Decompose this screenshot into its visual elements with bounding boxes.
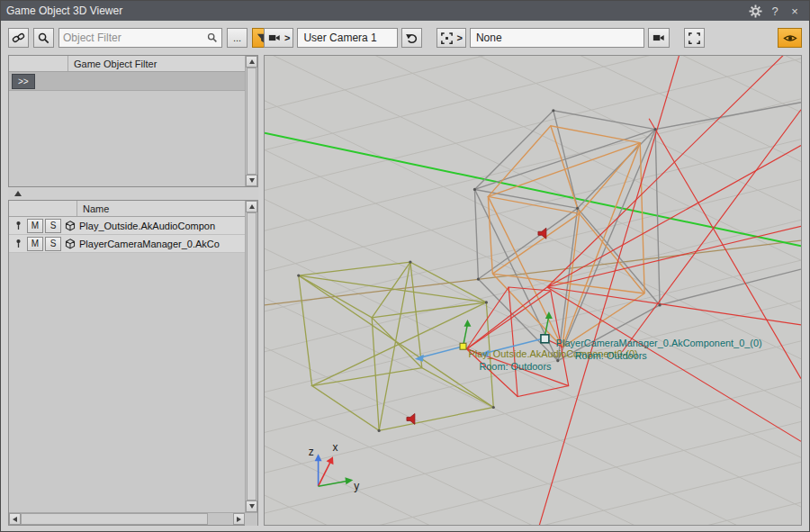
object-list-header: Name xyxy=(9,201,245,217)
collapse-up-icon[interactable] xyxy=(14,191,22,196)
filter-buttons-column-header xyxy=(9,56,68,71)
object-list-horizontal-scrollbar[interactable] xyxy=(9,512,257,525)
search-icon xyxy=(37,32,50,45)
video-camera-icon xyxy=(652,32,666,44)
listener-name-field[interactable]: None xyxy=(470,28,644,48)
follow-camera-button[interactable] xyxy=(648,28,670,48)
filter-list-empty-area xyxy=(9,91,245,186)
axis-gizmo: z x y xyxy=(309,441,360,492)
settings-gear-icon[interactable] xyxy=(746,3,764,19)
filter-toolbar: ... xyxy=(8,28,258,48)
game-object-list-panel: Name M S Play_Outside.AkAudioCompon xyxy=(8,200,258,526)
filter-list-vertical-scrollbar[interactable] xyxy=(245,56,257,186)
more-options-button[interactable]: ... xyxy=(227,28,248,48)
object-list-row[interactable]: M S PlayerCameraManager_0.AkCo xyxy=(9,235,245,253)
frame-brackets-icon xyxy=(688,32,701,45)
speaker-icon xyxy=(407,413,415,424)
solo-button[interactable]: S xyxy=(45,219,61,233)
selection-brackets-icon xyxy=(440,32,454,45)
camera-toolbar: > User Camera 1 > None xyxy=(264,28,802,48)
axis-z-label: z xyxy=(309,446,314,458)
scrollbar-thumb[interactable] xyxy=(21,513,208,525)
scroll-up-button[interactable] xyxy=(246,56,257,68)
3d-viewport[interactable]: Play_Outside.AkAudioComponent0-(0) Room:… xyxy=(264,55,802,526)
game-object-3d-viewer-window: Game Object 3D Viewer ? × xyxy=(0,0,810,532)
axis-x-label: x xyxy=(332,441,338,454)
panel-splitter[interactable] xyxy=(8,187,258,200)
toolbar: ... > User Camera 1 xyxy=(1,21,809,55)
search-button[interactable] xyxy=(33,28,54,48)
window-title: Game Object 3D Viewer xyxy=(6,5,744,17)
listener-select-button[interactable]: > xyxy=(436,28,465,48)
titlebar: Game Object 3D Viewer ? × xyxy=(1,1,809,21)
red-portal-wireframe xyxy=(466,56,801,525)
vertex-dots xyxy=(297,109,661,432)
reset-camera-button[interactable] xyxy=(401,28,422,48)
listener-marker xyxy=(541,335,549,343)
object-list-row[interactable]: M S Play_Outside.AkAudioCompon xyxy=(9,217,245,235)
pin-icon[interactable] xyxy=(11,237,25,251)
link-icon xyxy=(12,31,25,45)
left-panel: Game Object Filter >> xyxy=(8,55,258,526)
axis-y-label: y xyxy=(354,480,359,492)
scroll-down-button[interactable] xyxy=(246,500,257,512)
object-name: PlayerCameraManager_0.AkCo xyxy=(79,239,245,249)
scrollbar-corner xyxy=(245,513,257,526)
mute-button[interactable]: M xyxy=(27,237,43,251)
object-list-vertical-scrollbar[interactable] xyxy=(245,201,257,512)
close-button[interactable]: × xyxy=(786,3,804,19)
speaker-icon xyxy=(538,228,546,239)
link-button[interactable] xyxy=(8,28,29,48)
3d-scene: Play_Outside.AkAudioComponent0-(0) Room:… xyxy=(265,56,801,525)
filter-column-header: Game Object Filter xyxy=(68,59,157,69)
undo-icon xyxy=(405,32,418,45)
object-filter-input[interactable] xyxy=(59,32,206,44)
camera-select-button[interactable]: > xyxy=(264,28,293,48)
emitter-marker xyxy=(460,343,466,349)
search-icon xyxy=(206,32,219,44)
scrollbar-thumb[interactable] xyxy=(247,68,256,175)
scroll-left-button[interactable] xyxy=(9,513,21,525)
visibility-eye-button[interactable] xyxy=(778,28,802,48)
name-column-header: Name xyxy=(77,203,109,214)
filter-row-selected[interactable]: >> xyxy=(9,72,245,91)
content-area: Game Object Filter >> xyxy=(1,55,809,526)
emitter-room-label: Room: Outdoors xyxy=(479,361,552,372)
solo-button[interactable]: S xyxy=(45,237,61,251)
scrollbar-thumb[interactable] xyxy=(247,212,256,500)
listener-room-label: Room: Outdoors xyxy=(575,350,648,361)
scroll-up-button[interactable] xyxy=(246,201,257,212)
object-filter-field xyxy=(58,28,222,48)
object-list-empty-area xyxy=(9,253,245,512)
mute-button[interactable]: M xyxy=(27,219,43,233)
game-object-cube-icon xyxy=(63,219,77,233)
filter-list-header: Game Object Filter xyxy=(9,56,245,72)
scroll-right-button[interactable] xyxy=(233,513,245,525)
eye-icon xyxy=(783,32,797,45)
green-axis-line xyxy=(265,133,801,247)
tan-guide-line xyxy=(265,240,801,305)
object-controls-column-header xyxy=(9,201,77,216)
help-button[interactable]: ? xyxy=(766,3,784,19)
scroll-down-button[interactable] xyxy=(246,175,257,186)
object-name: Play_Outside.AkAudioCompon xyxy=(79,221,245,231)
game-object-filter-panel: Game Object Filter >> xyxy=(8,55,258,187)
video-camera-icon xyxy=(267,32,282,44)
pin-icon[interactable] xyxy=(11,219,25,233)
expand-filter-button[interactable]: >> xyxy=(12,74,35,89)
frame-selection-button[interactable] xyxy=(684,28,705,48)
game-object-cube-icon xyxy=(63,237,77,251)
listener-label: PlayerCameraManager_0.AkComponent_0_(0) xyxy=(556,338,762,348)
camera-name-field[interactable]: User Camera 1 xyxy=(297,28,398,48)
